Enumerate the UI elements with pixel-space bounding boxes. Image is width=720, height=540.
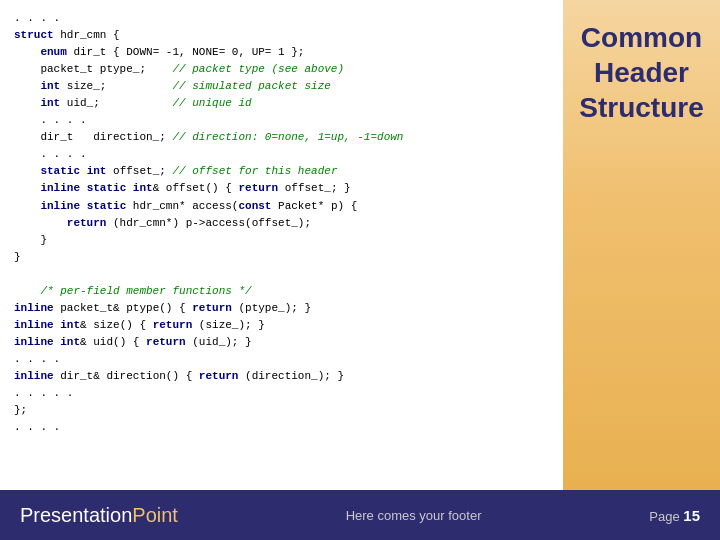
right-panel: Common Header Structure: [563, 0, 720, 490]
footer-center-text: Here comes your footer: [346, 508, 482, 523]
page-label: Page: [649, 509, 679, 524]
code-section: . . . . struct hdr_cmn { enum dir_t { DO…: [0, 0, 563, 490]
footer-page: Page 15: [649, 507, 700, 524]
slide-title: Common Header Structure: [573, 20, 710, 125]
logo-presentation: Presentation: [20, 504, 132, 526]
logo-point: Point: [132, 504, 178, 526]
title-box: Common Header Structure: [573, 20, 710, 125]
footer: PresentationPoint Here comes your footer…: [0, 490, 720, 540]
footer-logo: PresentationPoint: [20, 504, 178, 527]
code-content: . . . . struct hdr_cmn { enum dir_t { DO…: [14, 10, 549, 436]
main-area: . . . . struct hdr_cmn { enum dir_t { DO…: [0, 0, 720, 490]
page-number: 15: [683, 507, 700, 524]
